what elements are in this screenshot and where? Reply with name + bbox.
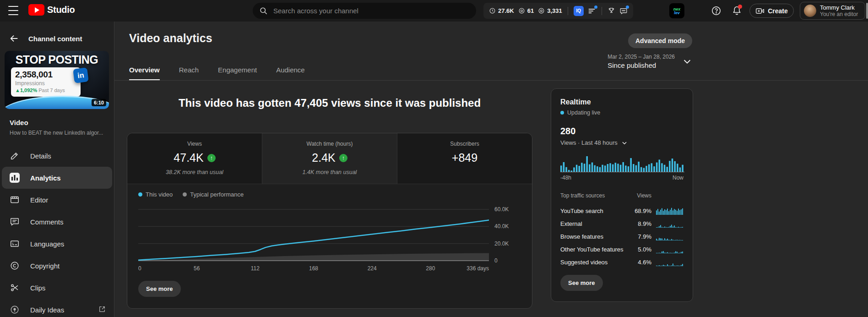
trophy-icon[interactable] bbox=[608, 7, 615, 15]
analytics-tabs: Overview Reach Engagement Audience bbox=[129, 66, 305, 81]
traffic-row-suggested-videos[interactable]: Suggested videos 4.6% bbox=[560, 256, 684, 268]
sparkline bbox=[656, 258, 684, 266]
pencil-icon bbox=[9, 151, 20, 161]
analytics-icon bbox=[9, 173, 20, 183]
watch-hours-stat[interactable]: 27.6K bbox=[489, 7, 514, 14]
daily-ideas-icon bbox=[9, 305, 20, 315]
y-axis-labels: 020.0K40.0K60.0K bbox=[494, 203, 522, 262]
sidebar-menu: Details Analytics Editor Comments bbox=[0, 145, 114, 317]
metric-watch-time[interactable]: Watch time (hours) 2.4K↑ 1.4K more than … bbox=[262, 133, 397, 184]
youtube-logo-icon bbox=[28, 4, 44, 16]
sidebar-item-daily-ideas[interactable]: Daily Ideas bbox=[0, 299, 114, 317]
search-icon bbox=[259, 6, 268, 15]
studio-brand[interactable]: Studio bbox=[28, 4, 75, 16]
clips-scissors-icon bbox=[9, 283, 20, 293]
sidebar-item-comments[interactable]: Comments bbox=[0, 211, 114, 233]
legend-typical-performance[interactable]: Typical performance bbox=[183, 191, 244, 198]
back-label: Channel content bbox=[28, 35, 82, 43]
sidebar-item-clips[interactable]: Clips bbox=[0, 277, 114, 299]
views-headline: This video has gotten 47,405 views since… bbox=[127, 97, 532, 109]
chat-bubble-icon[interactable] bbox=[619, 7, 628, 15]
page-title: Video analytics bbox=[129, 32, 212, 45]
date-mode-text: Since published bbox=[608, 61, 675, 69]
chart-legend: This video Typical performance bbox=[138, 191, 244, 198]
topbar: Studio 27.6K 61 3,331 IQ bbox=[0, 0, 868, 22]
realtime-count-label[interactable]: Views · Last 48 hours bbox=[560, 139, 684, 146]
thumbnail-stat-card: 2,358,001 Impressions ▲1,092% Past 7 day… bbox=[11, 67, 81, 97]
realtime-axis: -48hNow bbox=[560, 175, 684, 181]
youtube-studio-app: Studio 27.6K 61 3,331 IQ bbox=[0, 0, 868, 317]
traffic-row-youtube-search[interactable]: YouTube search 68.9% bbox=[560, 204, 684, 217]
x-axis-labels: 056112168224280336 days bbox=[138, 265, 489, 273]
brand-name: Studio bbox=[47, 5, 75, 15]
sidebar: Channel content STOP POSTING 2,358,001 I… bbox=[0, 22, 114, 317]
sidebar-item-copyright[interactable]: Copyright bbox=[0, 255, 114, 277]
metric-cards: Views 47.4K↑ 38.2K more than usual Watch… bbox=[127, 133, 532, 184]
back-arrow-icon bbox=[9, 33, 19, 44]
tab-audience[interactable]: Audience bbox=[276, 66, 305, 81]
tabs-divider bbox=[114, 80, 868, 81]
updating-live: Updating live bbox=[560, 109, 684, 116]
sidebar-video-title: How to BEAT the new LinkedIn algor... bbox=[10, 130, 106, 136]
notifications-bell-icon[interactable] bbox=[732, 5, 742, 16]
comments-icon bbox=[9, 217, 20, 227]
sidebar-item-analytics[interactable]: Analytics bbox=[2, 167, 112, 189]
date-range-selector[interactable]: Mar 2, 2025 – Jan 28, 2026 Since publish… bbox=[608, 54, 692, 69]
user-role: You're an editor bbox=[820, 11, 858, 17]
metric-views[interactable]: Views 47.4K↑ 38.2K more than usual bbox=[127, 133, 262, 184]
video-duration-badge: 6:10 bbox=[92, 99, 106, 106]
subscribers-stat[interactable]: 3,331 bbox=[538, 7, 562, 14]
sidebar-item-editor[interactable]: Editor bbox=[0, 189, 114, 211]
linkedin-logo: in bbox=[73, 67, 89, 83]
scrollbar-thumb[interactable] bbox=[866, 3, 868, 19]
date-range-text: Mar 2, 2025 – Jan 28, 2026 bbox=[608, 54, 675, 60]
create-button[interactable]: Create bbox=[749, 4, 794, 18]
divider bbox=[568, 7, 568, 15]
help-icon[interactable] bbox=[711, 5, 722, 16]
hamburger-menu-icon[interactable] bbox=[8, 6, 18, 15]
realtime-card: Realtime Updating live 280 Views · Last … bbox=[551, 88, 693, 302]
sidebar-section-title: Video bbox=[10, 119, 28, 126]
avatar bbox=[804, 5, 816, 17]
views-icon bbox=[518, 7, 525, 14]
user-name: Tommy Clark bbox=[820, 4, 858, 11]
sparkline bbox=[656, 245, 684, 253]
chevron-down-icon bbox=[621, 140, 628, 146]
tab-reach[interactable]: Reach bbox=[179, 66, 199, 81]
advanced-mode-button[interactable]: Advanced mode bbox=[628, 33, 692, 48]
realtime-see-more-button[interactable]: See more bbox=[560, 275, 603, 291]
performance-line-chart[interactable] bbox=[138, 203, 489, 262]
views-icon bbox=[538, 7, 545, 14]
live-dot-icon bbox=[560, 111, 564, 115]
divider bbox=[602, 7, 602, 15]
sort-lines-icon[interactable] bbox=[588, 7, 596, 15]
back-to-channel-content[interactable]: Channel content bbox=[9, 33, 82, 44]
traffic-row-external[interactable]: External 8.9% bbox=[560, 217, 684, 230]
vidiq-icon[interactable]: IQ bbox=[574, 6, 584, 16]
create-video-icon bbox=[755, 7, 765, 15]
see-more-button[interactable]: See more bbox=[138, 281, 181, 297]
search-input[interactable] bbox=[272, 6, 470, 15]
analytics-card: Views 47.4K↑ 38.2K more than usual Watch… bbox=[127, 133, 532, 309]
sparkline bbox=[656, 219, 684, 228]
sidebar-item-details[interactable]: Details bbox=[0, 145, 114, 167]
nexlev-logo[interactable]: nexlev bbox=[669, 3, 684, 18]
traffic-row-other-youtube-features[interactable]: Other YouTube features 5.0% bbox=[560, 243, 684, 256]
metric-subscribers[interactable]: Subscribers +849 bbox=[397, 133, 532, 184]
views-per-hour-stat[interactable]: 61 bbox=[518, 7, 534, 14]
account-chip[interactable]: Tommy Clark You're an editor bbox=[800, 2, 865, 20]
tab-engagement[interactable]: Engagement bbox=[218, 66, 257, 81]
clock-icon bbox=[489, 7, 496, 14]
trend-up-icon: ↑ bbox=[207, 154, 216, 162]
video-thumbnail[interactable]: STOP POSTING 2,358,001 Impressions ▲1,09… bbox=[5, 51, 109, 109]
realtime-bar-chart[interactable] bbox=[560, 155, 684, 172]
legend-this-video[interactable]: This video bbox=[138, 191, 173, 198]
main-content: Video analytics Advanced mode Overview R… bbox=[114, 22, 868, 317]
sparkline bbox=[656, 232, 684, 240]
realtime-count: 280 bbox=[560, 126, 684, 137]
tab-overview[interactable]: Overview bbox=[129, 66, 160, 81]
sidebar-item-languages[interactable]: Languages bbox=[0, 233, 114, 255]
editor-icon bbox=[9, 195, 20, 205]
traffic-row-browse-features[interactable]: Browse features 7.9% bbox=[560, 230, 684, 243]
search-bar[interactable] bbox=[253, 3, 476, 19]
